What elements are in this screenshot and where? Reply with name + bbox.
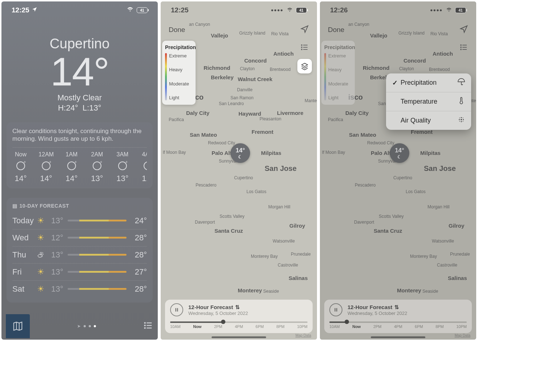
map-top-bar: Done (320, 21, 476, 39)
layer-menu-item[interactable]: Temperature (386, 92, 471, 111)
timeline-tick: 10PM (297, 324, 308, 329)
svg-point-22 (463, 119, 464, 120)
hour-cell: 4AM 12° (140, 151, 147, 183)
daily-row[interactable]: Fri ☀︎ 13° 27° (12, 263, 147, 280)
timeline-scrubber[interactable]: 10AMNow2PM4PM6PM8PM10PM (170, 320, 308, 329)
hourly-forecast-card[interactable]: Clear conditions tonight, continuing thr… (7, 122, 153, 188)
layer-menu-item[interactable]: ✓Precipitation (386, 73, 471, 92)
current-temp: 14° (1, 52, 158, 92)
condition-text: Mostly Clear (1, 93, 158, 103)
svg-point-26 (463, 118, 463, 119)
bottom-toolbar: ➤ (1, 316, 158, 340)
temp-range-bar (68, 254, 127, 256)
svg-point-21 (459, 119, 460, 120)
done-button[interactable]: Done (169, 26, 185, 34)
map-city-label: Seaside (422, 289, 438, 294)
high-temp: 28° (131, 233, 147, 243)
cellular-dots-icon: •••• (430, 6, 443, 14)
weather-map-screen: VallejoGrizzly IslandRio VistaConcordAnt… (161, 1, 317, 340)
daily-forecast-card[interactable]: ▤ 10-DAY FORECAST Today ☀︎ 13° 24°Wed ☀︎… (7, 198, 153, 303)
hour-temp: 13° (116, 174, 128, 183)
timeline-tick: 10AM (329, 324, 340, 329)
pause-button[interactable] (329, 303, 342, 316)
map-city-label: Daly City (345, 110, 369, 116)
layers-button[interactable] (297, 59, 312, 73)
map-city-label: Castroville (437, 263, 457, 268)
timeline-scrubber[interactable]: 10AMNow2PM4PM6PM8PM10PM (329, 320, 467, 329)
high-temp: 28° (131, 250, 147, 260)
weather-main-screen: 12:25 41 Cupertino 14° Mostly Clear H:24… (1, 1, 158, 340)
high-temp: 24° (131, 216, 147, 225)
map-city-label: San Jose (424, 164, 456, 173)
map-city-label: Fremont (252, 129, 273, 135)
day-label: Today (12, 216, 34, 225)
daily-row[interactable]: Sat ☀︎ 13° 28° (12, 280, 147, 297)
svg-rect-12 (176, 308, 176, 311)
map-city-label: Davenport (195, 220, 215, 225)
hour-cell: 3AM 13° (114, 151, 131, 183)
timeline-tick: 4PM (235, 324, 243, 329)
location-pin[interactable]: 14° ☾ (230, 143, 250, 163)
home-indicator[interactable] (212, 336, 266, 338)
forecast-date: Wednesday, 5 October 2022 (348, 311, 407, 316)
moon-icon (144, 161, 147, 170)
map-city-label: Scotts Valley (220, 214, 244, 219)
map-button[interactable] (6, 314, 30, 338)
sun-icon: ☀︎ (37, 267, 44, 276)
pause-button[interactable] (170, 303, 183, 316)
map-city-label: Pacifica (328, 117, 343, 122)
hour-temp: 14° (15, 174, 27, 183)
legend-gradient (165, 53, 167, 100)
chevron-updown-icon[interactable]: ⇅ (235, 304, 240, 311)
hourly-row[interactable]: Now 14°12AM 14°1AM 14°2AM 13°3AM 13°4AM … (12, 151, 147, 183)
daily-row[interactable]: Thu ⛅︎ 13° 28° (12, 246, 147, 263)
hi-lo-text: H:24° L:13° (1, 103, 158, 113)
forecast-title: 12-Hour Forecast (348, 304, 392, 310)
daily-row[interactable]: Wed ☀︎ 12° 28° (12, 229, 147, 246)
map-data-link[interactable]: Map Data (296, 333, 311, 337)
list-toggle-button[interactable] (457, 40, 471, 55)
map-city-label: San Ramon (230, 95, 253, 100)
list-toggle-button[interactable] (297, 40, 312, 55)
map-city-label: Scotts Valley (379, 214, 404, 219)
map-city-label: Livermore (277, 110, 304, 116)
svg-point-4 (145, 328, 145, 328)
timeline-footer[interactable]: 12-Hour Forecast⇅ Wednesday, 5 October 2… (324, 300, 472, 333)
daily-row[interactable]: Today ☀︎ 13° 24° (12, 212, 147, 229)
map-city-label: Pescadero (196, 183, 216, 188)
check-icon: ✓ (392, 79, 398, 87)
page-dots[interactable]: ➤ (77, 324, 96, 329)
map-city-label: Milpitas (261, 150, 281, 156)
map-city-label: Santa Cruz (374, 228, 402, 234)
locate-me-button[interactable] (300, 25, 309, 35)
list-button[interactable] (143, 320, 153, 332)
hour-temp: 14° (40, 174, 52, 183)
low-temp: 13° (47, 250, 63, 260)
status-bar: 12:25 •••• 41 (161, 1, 317, 19)
low-temp: 13° (47, 284, 63, 294)
map-city-label: Pescadero (355, 183, 376, 188)
map-data-link[interactable]: Map Data (455, 333, 470, 337)
map-city-label: San Jose (265, 164, 297, 173)
pin-temp: 14° (236, 147, 245, 154)
legend-level: Moderate (169, 81, 189, 87)
location-pin[interactable]: 14° ☾ (390, 143, 409, 163)
home-indicator[interactable] (371, 336, 425, 338)
map-city-label: Daly City (186, 110, 209, 116)
hour-label: 4AM (142, 151, 147, 158)
map-city-label: Prunedale (450, 252, 470, 257)
done-button[interactable]: Done (328, 26, 344, 34)
scrubber-knob[interactable] (345, 320, 349, 324)
map-city-label: Antioch (273, 51, 294, 57)
layer-menu[interactable]: ✓Precipitation Temperature Air Quality (386, 73, 471, 130)
layer-menu-item[interactable]: Air Quality (386, 111, 471, 130)
map-city-label: Santa Cruz (214, 228, 243, 234)
cellular-dots-icon: •••• (271, 6, 284, 14)
legend-title: Precipitation (324, 44, 352, 50)
scrubber-knob[interactable] (221, 320, 225, 324)
forecast-title: 12-Hour Forecast (188, 304, 233, 310)
day-label: Sat (12, 284, 34, 294)
chevron-updown-icon[interactable]: ⇅ (394, 304, 399, 311)
locate-me-button[interactable] (459, 25, 468, 35)
timeline-footer[interactable]: 12-Hour Forecast⇅ Wednesday, 5 October 2… (165, 300, 313, 333)
